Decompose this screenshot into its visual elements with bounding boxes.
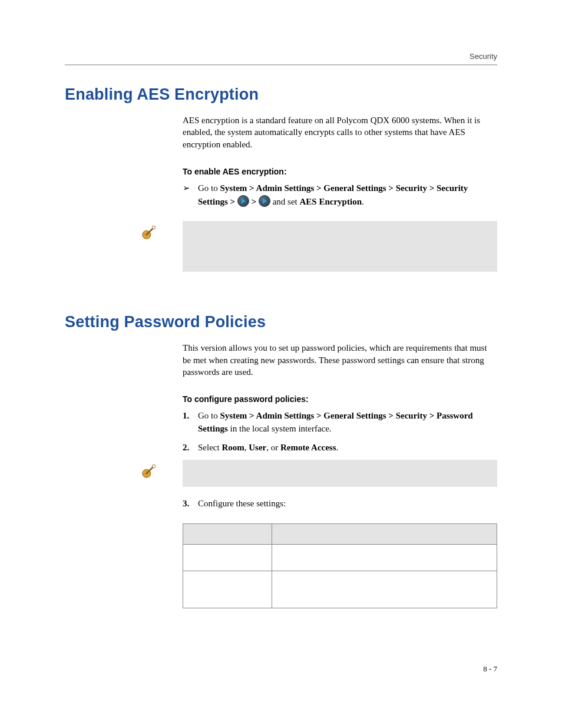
heading-password-policies: Setting Password Policies <box>65 313 497 331</box>
svg-point-1 <box>152 226 155 229</box>
table-cell <box>272 571 497 608</box>
pwd-step-1: 1. Go to System > Admin Settings > Gener… <box>183 410 497 436</box>
note-box <box>183 460 497 487</box>
table-cell <box>183 571 272 608</box>
menu-target: AES Encryption <box>300 197 362 206</box>
table-cell <box>272 545 497 571</box>
text-fragment: and set <box>270 197 300 206</box>
table-cell <box>183 545 272 571</box>
table-header-row <box>183 524 497 545</box>
note-block <box>65 221 497 272</box>
option-remote-access: Remote Access <box>280 443 336 452</box>
running-head: Security <box>65 52 497 65</box>
pointing-hand-icon <box>141 470 158 480</box>
pwd-step-3: 3. Configure these settings: <box>183 498 497 510</box>
text-fragment: Go to <box>198 411 220 420</box>
table-row <box>183 545 497 571</box>
step-number: 1. <box>183 410 194 423</box>
option-user: User <box>249 443 266 452</box>
text-fragment: Select <box>198 443 222 452</box>
text-fragment: > <box>249 197 259 206</box>
step-number: 2. <box>183 442 194 454</box>
nav-next-icon <box>237 195 249 207</box>
pwd-step-2: 2. Select Room, User, or Remote Access. <box>183 442 497 454</box>
table-row <box>183 571 497 608</box>
svg-point-3 <box>152 465 155 468</box>
note-block <box>65 460 497 487</box>
step-bullet: ➢ <box>183 182 194 195</box>
aes-subhead: To enable AES encryption: <box>183 167 497 176</box>
aes-intro-paragraph: AES encryption is a standard feature on … <box>183 114 497 150</box>
table-header-cell <box>183 524 272 545</box>
step-text: Configure these settings: <box>198 499 286 508</box>
text-fragment: Go to <box>198 183 220 193</box>
step-text: Go to System > Admin Settings > General … <box>198 411 473 433</box>
pwd-intro-paragraph: This version allows you to set up passwo… <box>183 342 497 378</box>
settings-table <box>183 523 497 608</box>
text-fragment: in the local system interface. <box>228 424 332 433</box>
pointing-hand-icon <box>141 232 158 242</box>
aes-step-1: ➢ Go to System > Admin Settings > Genera… <box>183 182 497 209</box>
pwd-subhead: To configure password policies: <box>183 394 497 404</box>
option-room: Room <box>222 443 244 452</box>
step-text: Go to System > Admin Settings > General … <box>198 183 468 206</box>
step-number: 3. <box>183 498 194 510</box>
text-fragment: , or <box>266 443 280 452</box>
text-fragment: . <box>362 197 364 206</box>
text-fragment: . <box>336 443 339 452</box>
note-box <box>183 221 497 272</box>
nav-next-icon <box>259 195 270 207</box>
table-header-cell <box>272 524 497 545</box>
page-number: 8 - 7 <box>483 664 497 674</box>
step-text: Select Room, User, or Remote Access. <box>198 443 338 452</box>
heading-aes-encryption: Enabling AES Encryption <box>65 85 497 104</box>
